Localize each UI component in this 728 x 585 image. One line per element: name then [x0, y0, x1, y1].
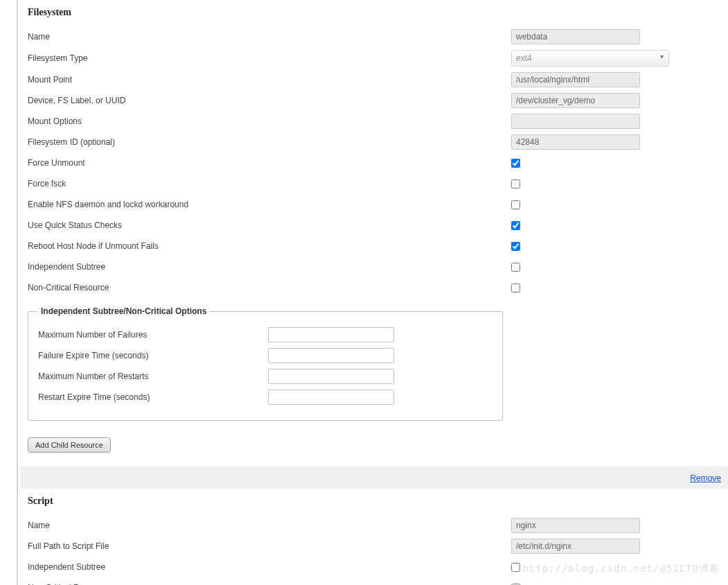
label-indep-subtree-script: Independent Subtree	[28, 562, 511, 572]
script-title: Script	[28, 496, 724, 507]
row-device: Device, FS Label, or UUID	[28, 93, 724, 108]
row-force-unmount: Force Unmount	[28, 155, 724, 171]
filesystem-title: Filesystem	[28, 7, 724, 18]
row-reboot-fail: Reboot Host Node if Unmount Fails	[28, 238, 724, 254]
row-failure-expire: Failure Expire Time (seconds)	[38, 348, 492, 363]
label-noncritical-fs: Non-Critical Resource	[28, 283, 511, 292]
row-restart-expire: Restart Expire Time (seconds)	[38, 390, 492, 405]
row-indep-subtree-script: Independent Subtree	[28, 559, 724, 575]
label-force-unmount: Force Unmount	[28, 158, 511, 168]
row-mountopts: Mount Options	[28, 114, 724, 129]
input-max-restarts[interactable]	[268, 369, 394, 384]
label-failure-expire: Failure Expire Time (seconds)	[38, 351, 268, 360]
subtree-fieldset: Independent Subtree/Non-Critical Options…	[28, 306, 503, 421]
label-indep-subtree-fs: Independent Subtree	[28, 262, 511, 272]
input-mountpoint[interactable]	[511, 72, 640, 87]
input-fsid[interactable]	[511, 134, 640, 150]
row-max-restarts: Maximum Number of Restarts	[38, 369, 492, 384]
subtree-legend: Independent Subtree/Non-Critical Options	[38, 306, 209, 316]
row-script-path: Full Path to Script File	[28, 539, 724, 554]
label-restart-expire: Restart Expire Time (seconds)	[38, 392, 268, 402]
label-force-fsck: Force fsck	[28, 179, 511, 189]
row-fsid: Filesystem ID (optional)	[28, 134, 724, 150]
input-device[interactable]	[511, 93, 640, 108]
row-force-fsck: Force fsck	[28, 176, 724, 191]
input-failure-expire[interactable]	[268, 348, 394, 363]
checkbox-nfs-workaround[interactable]	[511, 200, 520, 209]
label-fsid: Filesystem ID (optional)	[28, 137, 511, 147]
row-noncritical-fs: Non-Critical Resource	[28, 280, 724, 295]
row-fstype: Filesystem Type ext4	[28, 50, 724, 67]
row-max-failures: Maximum Number of Failures	[38, 327, 492, 342]
script-section: Script Name Full Path to Script File Ind…	[21, 489, 728, 585]
label-max-restarts: Maximum Number of Restarts	[38, 372, 268, 381]
divider-bar: Remove	[21, 466, 728, 489]
page-container: Filesystem Name Filesystem Type ext4 Mou…	[17, 0, 728, 585]
checkbox-indep-subtree-fs[interactable]	[511, 263, 520, 272]
label-script-path: Full Path to Script File	[28, 541, 511, 551]
input-name[interactable]	[511, 29, 640, 44]
input-script-path[interactable]	[511, 539, 640, 554]
label-script-name: Name	[28, 521, 511, 530]
input-script-name[interactable]	[511, 518, 640, 533]
row-quick-status: Use Quick Status Checks	[28, 218, 724, 233]
row-noncritical-script: Non-Critical Resource	[28, 580, 724, 585]
row-indep-subtree-fs: Independent Subtree	[28, 259, 724, 274]
label-max-failures: Maximum Number of Failures	[38, 330, 268, 340]
label-fstype: Filesystem Type	[28, 53, 511, 63]
label-mountopts: Mount Options	[28, 116, 511, 126]
row-script-name: Name	[28, 518, 724, 533]
label-reboot-fail: Reboot Host Node if Unmount Fails	[28, 241, 511, 251]
checkbox-force-fsck[interactable]	[511, 180, 520, 189]
checkbox-quick-status[interactable]	[511, 221, 520, 230]
select-fstype-wrap: ext4	[511, 50, 669, 67]
checkbox-indep-subtree-script[interactable]	[511, 563, 520, 572]
checkbox-reboot-fail[interactable]	[511, 242, 520, 251]
input-mountopts[interactable]	[511, 114, 640, 129]
row-mountpoint: Mount Point	[28, 72, 724, 87]
label-mountpoint: Mount Point	[28, 75, 511, 85]
label-device: Device, FS Label, or UUID	[28, 96, 511, 105]
filesystem-section: Filesystem Name Filesystem Type ext4 Mou…	[21, 0, 728, 466]
checkbox-noncritical-fs[interactable]	[511, 283, 520, 292]
select-fstype[interactable]: ext4	[511, 50, 669, 67]
checkbox-force-unmount[interactable]	[511, 159, 520, 168]
remove-link[interactable]: Remove	[690, 473, 721, 483]
add-child-resource-button[interactable]: Add Child Resource	[28, 437, 111, 453]
label-quick-status: Use Quick Status Checks	[28, 220, 511, 230]
row-nfs-workaround: Enable NFS daemon and lockd workaround	[28, 197, 724, 212]
label-nfs-workaround: Enable NFS daemon and lockd workaround	[28, 200, 511, 209]
input-restart-expire[interactable]	[268, 390, 394, 405]
label-name: Name	[28, 32, 511, 42]
input-max-failures[interactable]	[268, 327, 394, 342]
row-name: Name	[28, 29, 724, 44]
